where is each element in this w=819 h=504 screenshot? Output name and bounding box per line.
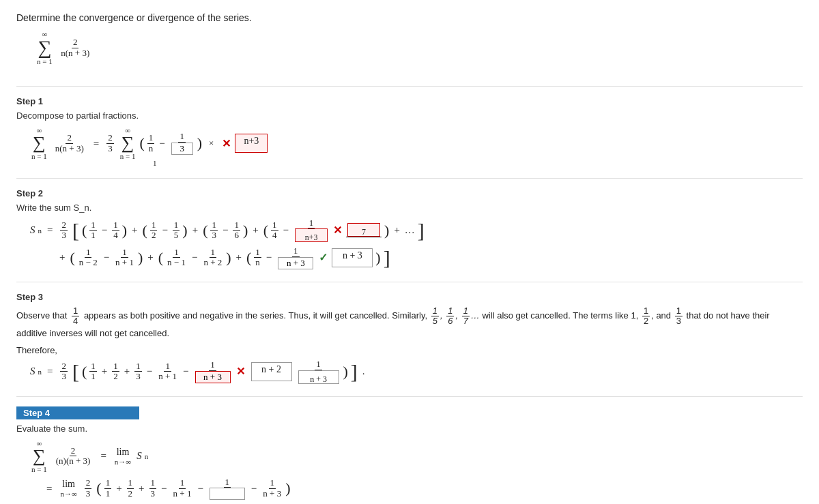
problem-fraction: 2 n(n + 3): [59, 38, 91, 58]
step3-answer-box1[interactable]: n + 2: [251, 362, 292, 381]
equals-1: =: [94, 138, 99, 149]
problem-series: ∞ ∑ n = 1 2 n(n + 3): [37, 30, 803, 65]
step1-separator: ×: [209, 138, 214, 149]
step3-and: and: [656, 310, 671, 321]
step2-description: Write the sum S_n.: [16, 203, 803, 213]
problem-section: Determine the convergence or divergence …: [16, 12, 803, 87]
cross-icon-2: ✕: [333, 224, 342, 237]
step2-sn-line: Sn = 2 3 [ ( 1 1 − 1 4 ) + ( 1: [30, 218, 803, 242]
step1-label: Step 1: [16, 96, 803, 106]
step2-correct-input[interactable]: [278, 257, 313, 269]
step1-superscript-note: 1: [153, 159, 803, 167]
step4-line2: = lim n→∞ 2 3 ( 1 1 + 1 2 + 1 3: [44, 477, 803, 500]
step1-section: Step 1 Decompose to partial fractions. ∞…: [16, 96, 803, 179]
step2-wrong-input2[interactable]: 7: [347, 223, 380, 237]
cross-icon-3: ✕: [236, 365, 245, 378]
step3-text: Observe that 1 4 appears as both positiv…: [16, 306, 803, 342]
step4-section: Step 4 Evaluate the sum. ∞ ∑ n = 1 2 (n)…: [16, 406, 803, 504]
step1-math: ∞ ∑ n = 1 2 n(n + 3) = 2 3 ∞ ∑ n = 1 ( 1: [30, 126, 803, 160]
step4-blank-input[interactable]: [210, 488, 245, 500]
sigma-bot: n = 1: [37, 57, 53, 65]
sigma-sym: ∑: [38, 38, 51, 57]
check-icon-1: ✓: [319, 251, 328, 264]
step1-inner-frac1: 1 n: [147, 133, 155, 153]
step2-label: Step 2: [16, 188, 803, 198]
step2-section: Step 2 Write the sum S_n. Sn = 2 3 [ ( 1…: [16, 188, 803, 282]
step2-answer-box[interactable]: n + 3: [332, 248, 373, 267]
step1-wrong-input[interactable]: n+3: [235, 134, 268, 153]
step3-answer-box2[interactable]: n + 3: [298, 370, 339, 384]
step1-input[interactable]: [171, 143, 193, 155]
step2-wrong-input1[interactable]: n+3: [295, 228, 328, 242]
step1-inner-frac2-container: 1: [170, 132, 195, 154]
step1-description: Decompose to partial fractions.: [16, 110, 803, 121]
sigma-wrap-3: ∞ ∑ n = 1: [31, 439, 47, 473]
step3-section: Step 3 Observe that 1 4 appears as both …: [16, 292, 803, 397]
step3-label: Step 3: [16, 292, 803, 302]
step4-line1: ∞ ∑ n = 1 2 (n)(n + 3) = lim n→∞ Sn: [30, 439, 803, 473]
step1-coeff: 2 3: [106, 133, 114, 153]
step2-sn-line2: + ( 1 n − 2 − 1 n + 1 ) + ( 1 n − 1 − 1 …: [57, 246, 803, 269]
sigma-wrap-2: ∞ ∑ n = 1: [120, 126, 136, 160]
therefore-label: Therefore,: [16, 345, 803, 355]
step1-lhs-fraction: 2 n(n + 3): [54, 133, 85, 153]
problem-title: Determine the convergence or divergence …: [16, 12, 803, 23]
step4-label: Step 4: [16, 406, 139, 419]
step3-sn-line: Sn = 2 3 [ ( 1 1 + 1 2 + 1 3 −: [30, 359, 803, 383]
step3-input1[interactable]: [195, 371, 231, 383]
step3-frac: 1 4: [72, 306, 79, 327]
sigma-wrap-1: ∞ ∑ n = 1: [31, 126, 47, 160]
step4-description: Evaluate the sum.: [16, 424, 803, 434]
cross-icon-1: ✕: [222, 137, 231, 150]
main-container: Determine the convergence or divergence …: [0, 0, 819, 504]
